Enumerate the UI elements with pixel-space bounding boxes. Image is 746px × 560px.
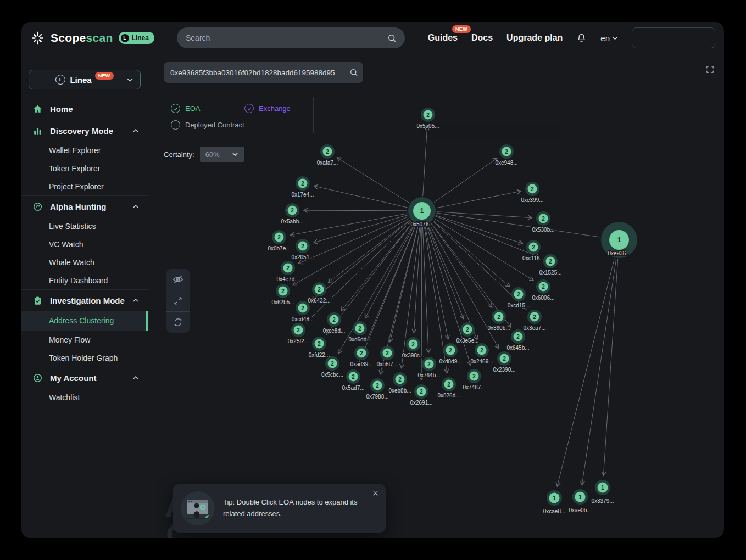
graph-node-0x398c[interactable]: 20x398c...	[402, 337, 425, 359]
graph-node-0x5076[interactable]: 10x5076...	[408, 197, 436, 227]
graph-node-0xcd48[interactable]: 20xcd48...	[292, 301, 314, 322]
graph-node-0x3e5e[interactable]: 20x3e5e...	[456, 322, 478, 344]
graph-edge	[603, 259, 617, 475]
graph-node-0x5abb[interactable]: 20x5abb...	[281, 203, 303, 225]
graph-node-0xb5f7[interactable]: 20xb5f7...	[377, 346, 398, 367]
svg-text:0xd6dd...: 0xd6dd...	[348, 337, 371, 343]
graph-node-0x7988[interactable]: 20x7988...	[366, 378, 388, 400]
svg-text:0xcd48...: 0xcd48...	[292, 316, 314, 322]
svg-text:2: 2	[281, 288, 285, 294]
svg-text:0x5ad7...: 0x5ad7...	[342, 385, 364, 391]
svg-text:0xae0b...: 0xae0b...	[569, 507, 591, 513]
svg-text:0x6006...: 0x6006...	[532, 295, 554, 301]
legend-deployed-contract-checkbox[interactable]: Deployed Contract	[171, 120, 244, 130]
svg-text:0x3e5e...: 0x3e5e...	[456, 338, 478, 344]
graph-node-0x3ea7[interactable]: 20x3ea7...	[523, 310, 545, 331]
graph-node-0xcae8[interactable]: 10xcae8...	[543, 490, 566, 514]
graph-node-0x6432[interactable]: 20x6432...	[308, 282, 330, 304]
graph-node-0x645b[interactable]: 20x645b...	[506, 329, 529, 351]
svg-text:2: 2	[331, 361, 334, 367]
graph-edge	[329, 220, 410, 282]
graph-edge	[337, 158, 409, 203]
cluster-graph[interactable]: 10x5076...10xe936...20x5a05...20xafa7...…	[21, 22, 724, 538]
svg-text:0xad39...: 0xad39...	[350, 361, 372, 367]
svg-text:0x645b...: 0x645b...	[506, 345, 529, 351]
graph-node-0x2691[interactable]: 20x2691...	[410, 384, 432, 406]
svg-text:0x3379...: 0x3379...	[591, 498, 614, 504]
graph-node-0x530b[interactable]: 20x530b...	[532, 211, 554, 233]
graph-node-0x2051[interactable]: 20x2051...	[291, 239, 314, 260]
fit-view-button[interactable]	[166, 290, 190, 311]
tip-tooltip: Tip: Double Click EOA nodes to expand it…	[173, 484, 386, 533]
graph-node-0x2390[interactable]: 20x2390...	[493, 351, 515, 373]
svg-text:2: 2	[286, 265, 290, 271]
svg-text:2: 2	[326, 149, 329, 155]
graph-node-0x4e7d[interactable]: 20x4e7d...	[276, 261, 299, 282]
graph-node-0x5cbc[interactable]: 20x5cbc...	[321, 356, 343, 378]
graph-edge	[435, 219, 533, 281]
graph-node-0x62b5[interactable]: 20x62b5...	[271, 284, 294, 305]
hide-labels-button[interactable]	[166, 269, 190, 290]
graph-node-0x0b7e[interactable]: 20x0b7e...	[268, 230, 290, 251]
graph-edge	[434, 158, 497, 202]
graph-node-0x7487[interactable]: 20x7487...	[463, 369, 485, 390]
svg-text:2: 2	[549, 259, 552, 265]
graph-node-0xae0b[interactable]: 10xae0b...	[569, 489, 591, 513]
eye-off-icon	[172, 273, 184, 285]
graph-node-0x3379[interactable]: 10x3379...	[591, 480, 614, 504]
svg-text:0xb5f7...: 0xb5f7...	[377, 361, 398, 367]
graph-node-0xd6dd[interactable]: 20xd6dd...	[348, 321, 371, 343]
graph-node-0xce8d[interactable]: 20xce8d...	[323, 312, 346, 334]
graph-node-0xad39[interactable]: 20xad39...	[350, 346, 372, 367]
legend-eoa-checkbox[interactable]: EOA	[171, 104, 200, 113]
svg-text:2: 2	[301, 305, 304, 311]
search-icon[interactable]	[349, 68, 359, 77]
graph-edge	[314, 186, 407, 208]
svg-text:0xc116...: 0xc116...	[522, 255, 544, 261]
graph-node-0x826d[interactable]: 20x826d...	[437, 377, 460, 399]
certainty-select[interactable]: 60%	[200, 147, 244, 162]
svg-text:2: 2	[447, 382, 450, 388]
fullscreen-icon[interactable]	[705, 65, 715, 74]
graph-node-0xcd15[interactable]: 20xcd15...	[508, 287, 530, 309]
svg-text:2: 2	[352, 374, 355, 380]
graph-node-0x764b[interactable]: 20x764b...	[417, 357, 440, 378]
legend-exchange-checkbox[interactable]: Exchange	[244, 104, 291, 113]
graph-node-0xe399[interactable]: 20xe399...	[521, 182, 543, 203]
close-icon[interactable]	[372, 490, 379, 497]
graph-edge	[422, 226, 428, 352]
svg-text:0xe948...: 0xe948...	[495, 160, 517, 166]
graph-node-0x25f2[interactable]: 20x25f2...	[288, 323, 309, 344]
svg-text:0xe399...: 0xe399...	[521, 197, 543, 203]
svg-text:2: 2	[360, 350, 363, 356]
graph-node-0xc116[interactable]: 20xc116...	[522, 240, 544, 261]
graph-node-0xe936[interactable]: 10xe936...	[601, 222, 637, 258]
svg-text:2: 2	[517, 292, 520, 298]
svg-text:0x2691...: 0x2691...	[410, 400, 432, 406]
address-input[interactable]	[169, 68, 357, 77]
svg-text:0xfd22...: 0xfd22...	[309, 352, 330, 358]
svg-text:0x2390...: 0x2390...	[493, 367, 515, 373]
refresh-button[interactable]	[166, 311, 190, 333]
graph-node-0xeb8b[interactable]: 20xeb8b...	[388, 372, 411, 394]
svg-text:0xcd15...: 0xcd15...	[508, 303, 530, 309]
svg-text:2: 2	[291, 208, 294, 214]
svg-text:0x5cbc...: 0x5cbc...	[321, 372, 343, 378]
graph-node-0x5a05[interactable]: 20x5a05...	[416, 108, 439, 129]
svg-text:2: 2	[277, 234, 281, 240]
graph-node-0xafa7[interactable]: 20xafa7...	[317, 144, 338, 166]
graph-node-0x2469[interactable]: 20x2469...	[470, 343, 493, 365]
graph-edge	[293, 218, 409, 285]
svg-text:2: 2	[503, 356, 506, 362]
graph-node-0x17e4[interactable]: 20x17e4...	[291, 176, 314, 198]
graph-node-0xd8d9[interactable]: 20xd8d9...	[439, 343, 461, 365]
graph-node-0xfd22[interactable]: 20xfd22...	[309, 337, 330, 358]
graph-node-0x360b[interactable]: 20x360b...	[487, 310, 510, 331]
graph-node-0x5ad7[interactable]: 20x5ad7...	[342, 369, 364, 391]
graph-node-0xe948[interactable]: 20xe948...	[495, 144, 517, 166]
node-type-legend: EOA Exchange Deployed Contract	[164, 97, 314, 133]
certainty-control: Certainty: 60%	[164, 147, 244, 162]
graph-node-0x6006[interactable]: 20x6006...	[532, 279, 554, 301]
expand-icon	[172, 295, 183, 306]
svg-text:2: 2	[466, 327, 469, 333]
